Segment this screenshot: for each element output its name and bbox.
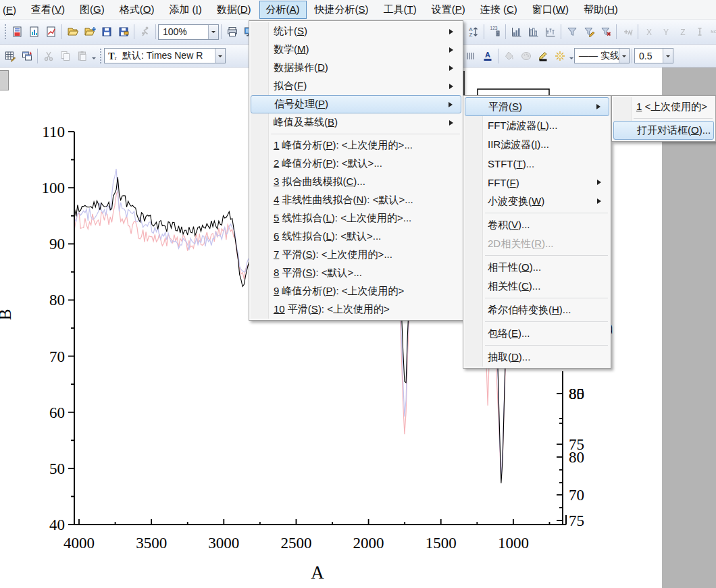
filter-icon[interactable] xyxy=(563,24,580,41)
smooth-submenu-item-2[interactable]: 打开对话框(O)... xyxy=(613,121,714,140)
signal-submenu-item-13[interactable]: 希尔伯特变换(H)... xyxy=(465,300,609,319)
signal-submenu-item-7[interactable]: 卷积(V)... xyxy=(465,215,609,234)
menubar-item-12[interactable]: 帮助(H) xyxy=(577,1,625,19)
menu-separator xyxy=(634,118,713,119)
signal-submenu-item-8: 2D相关性(R)... xyxy=(465,234,609,253)
menubar-item-6[interactable]: 分析(A) xyxy=(259,1,307,19)
svg-text:123: 123 xyxy=(490,26,497,30)
svg-text:50: 50 xyxy=(49,460,65,477)
signal-submenu-item-1[interactable]: FFT滤波器(L)... xyxy=(465,116,609,135)
signal-submenu-item-15[interactable]: 包络(E)... xyxy=(465,324,609,343)
svg-text:2000: 2000 xyxy=(353,535,384,552)
analysis-menu-item-5[interactable]: 峰值及基线(B) xyxy=(251,113,461,132)
svg-text:1500: 1500 xyxy=(426,535,457,552)
signal-submenu-item-10[interactable]: 相干性(O)... xyxy=(465,258,609,277)
svg-text:110: 110 xyxy=(42,124,65,140)
menubar-item-4[interactable]: 添加 (I) xyxy=(162,1,208,19)
analysis-menu-item-10[interactable]: 4 非线性曲线拟合(N): <默认>... xyxy=(251,191,461,209)
toolbar-grip[interactable] xyxy=(99,49,102,63)
menubar-item-9[interactable]: 设置(P) xyxy=(425,1,472,19)
menubar-item-8[interactable]: 工具(T) xyxy=(377,1,424,19)
paste-icon xyxy=(74,47,91,64)
svg-text:r: r xyxy=(115,55,117,61)
window-icon-fragment xyxy=(0,70,9,90)
analysis-menu-item-15[interactable]: 9 峰值分析(P): <上次使用的> xyxy=(251,282,461,300)
menubar-item-1[interactable]: 查看(V) xyxy=(24,1,72,19)
line-width-combo[interactable]: 0.5 xyxy=(634,48,673,63)
save-icon[interactable] xyxy=(98,24,115,41)
cascade-icon[interactable] xyxy=(18,47,35,64)
new-function-icon[interactable] xyxy=(43,24,59,41)
svg-text:3500: 3500 xyxy=(136,535,167,552)
line-color-icon[interactable] xyxy=(534,47,551,64)
analysis-menu-item-3[interactable]: 拟合(F) xyxy=(251,77,461,95)
menubar-item-0[interactable]: (E) xyxy=(1,1,23,18)
chart-column-icon[interactable] xyxy=(508,24,525,41)
analysis-menu-item-8[interactable]: 2 峰值分析(P): <默认>... xyxy=(251,155,461,173)
svg-text:Z: Z xyxy=(469,32,472,38)
open-template-icon[interactable] xyxy=(81,24,98,41)
analysis-menu-item-1[interactable]: 数学(M) xyxy=(251,41,461,59)
open-folder-icon[interactable] xyxy=(64,24,81,41)
svg-text:40: 40 xyxy=(49,516,65,533)
smooth-submenu-item-0[interactable]: 1 <上次使用的> xyxy=(613,97,714,116)
menubar-item-2[interactable]: 图(G) xyxy=(73,1,111,19)
svg-text:100: 100 xyxy=(42,180,66,196)
toolbar-grip[interactable] xyxy=(3,24,7,39)
save-template-icon[interactable] xyxy=(115,24,132,41)
spacing-icon[interactable] xyxy=(462,47,479,64)
chart-scatter-icon[interactable] xyxy=(542,24,559,41)
toolbar-separator xyxy=(61,24,62,39)
menubar-item-7[interactable]: 快捷分析(S) xyxy=(308,1,376,19)
default-font-combo[interactable]: Tr默认: Times New R xyxy=(104,48,226,63)
zoom-level-combo[interactable]: 100% xyxy=(158,24,219,40)
none-icon: NONE xyxy=(708,24,716,41)
analysis-menu-item-14[interactable]: 8 平滑(S): <默认>... xyxy=(251,264,461,282)
analysis-menu-item-7[interactable]: 1 峰值分析(P): <上次使用的>... xyxy=(251,136,461,155)
y-axis-title: B xyxy=(0,309,14,321)
analysis-menu-item-11[interactable]: 5 线性拟合(L): <上次使用的>... xyxy=(251,209,461,228)
analysis-menu-item-2[interactable]: 数据操作(D) xyxy=(251,59,461,77)
submenu-arrow-icon xyxy=(449,47,456,53)
menubar: (E)查看(V)图(G)格式(O)添加 (I)数据(D)分析(A)快捷分析(S)… xyxy=(0,0,716,20)
glow-icon[interactable] xyxy=(551,47,568,64)
print-icon[interactable] xyxy=(224,24,240,41)
analysis-menu-item-0[interactable]: 统计(S) xyxy=(251,22,461,41)
sort-icon[interactable]: AZ xyxy=(465,24,482,41)
new-graph-icon[interactable] xyxy=(26,24,43,41)
signal-submenu-item-4[interactable]: FFT(F) xyxy=(465,173,609,192)
toolbar-separator xyxy=(638,24,638,39)
menubar-item-5[interactable]: 数据(D) xyxy=(210,1,258,19)
stats-123-icon[interactable]: 123 xyxy=(486,24,503,41)
line-style-combo[interactable]: —— 实线 xyxy=(574,48,630,63)
dropdown-arrow-icon[interactable] xyxy=(568,49,574,63)
menubar-item-11[interactable]: 窗口(W) xyxy=(526,1,576,19)
toolbar-separator xyxy=(484,24,484,39)
toolbar-separator xyxy=(561,24,561,39)
dropdown-arrow-icon[interactable] xyxy=(91,49,97,63)
analysis-menu-item-13[interactable]: 7 平滑(S): <上次使用的>... xyxy=(251,246,461,264)
toolbar-separator xyxy=(498,49,498,63)
signal-submenu-item-0[interactable]: 平滑(S) xyxy=(465,97,609,116)
signal-submenu-item-5[interactable]: 小波变换(W) xyxy=(465,192,609,211)
fill-color-icon xyxy=(501,47,517,64)
signal-submenu-item-3[interactable]: STFT(T)... xyxy=(465,154,609,173)
signal-submenu-item-11[interactable]: 相关性(C)... xyxy=(465,277,609,296)
signal-submenu-item-17[interactable]: 抽取(D)... xyxy=(465,348,609,367)
font-color-icon[interactable]: A xyxy=(479,47,496,64)
signal-submenu-item-2[interactable]: IIR滤波器(I)... xyxy=(465,135,609,154)
table-pen-icon[interactable] xyxy=(1,47,18,64)
chart-histogram-icon[interactable] xyxy=(525,24,542,41)
filter-edit-icon[interactable] xyxy=(580,24,597,41)
analysis-menu-item-4[interactable]: 信号处理(P) xyxy=(251,95,461,113)
svg-text:90: 90 xyxy=(49,236,65,252)
new-workbook-icon[interactable] xyxy=(9,24,26,41)
svg-text:Z: Z xyxy=(680,28,685,37)
analysis-menu-item-9[interactable]: 3 拟合曲线模拟(C)... xyxy=(251,173,461,191)
analysis-menu-item-16[interactable]: 10 平滑(S): <上次使用的> xyxy=(251,300,461,319)
menubar-item-3[interactable]: 格式(O) xyxy=(113,1,161,19)
filter-remove-icon[interactable] xyxy=(597,24,614,41)
analysis-menu-item-12[interactable]: 6 线性拟合(L): <默认>... xyxy=(251,228,461,246)
menubar-item-10[interactable]: 连接 (C) xyxy=(474,1,524,19)
svg-text:A: A xyxy=(485,51,490,59)
